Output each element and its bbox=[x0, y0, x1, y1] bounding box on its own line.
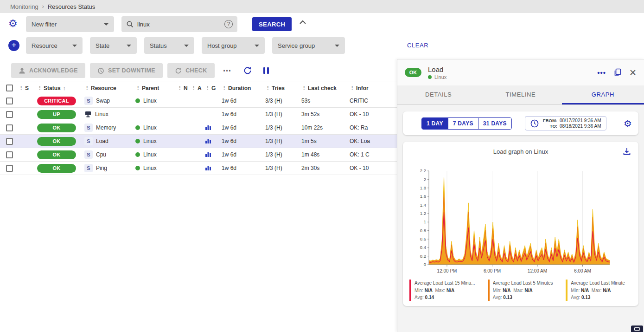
parent-cell[interactable]: Linux bbox=[135, 165, 177, 171]
legend-item-average-load-last-minute[interactable]: Average Load Last Minute Min: N/A Max: N… bbox=[566, 280, 638, 301]
clear-filters-link[interactable]: CLEAR bbox=[407, 42, 428, 49]
resource-row-linux[interactable]: UP Linux 1w 6d 1/3 (H) 3m 52s OK - 10 bbox=[0, 108, 397, 121]
resource-row-load[interactable]: OK S Load Linux 1w 6d 1/3 (H) 1m 5s OK: … bbox=[0, 135, 397, 148]
resource-row-memory[interactable]: OK S Memory Linux 1w 6d 1/3 (H) 10m 22s … bbox=[0, 121, 397, 135]
graph-icon[interactable] bbox=[205, 124, 211, 130]
legend-item-average-load-last-5-minutes[interactable]: Average Load Last 5 Minutes Min: N/A Max… bbox=[488, 280, 561, 301]
acknowledge-label: ACKNOWLEDGE bbox=[29, 67, 78, 74]
column-header-g[interactable]: ⋮ G bbox=[205, 85, 222, 91]
check-button[interactable]: CHECK bbox=[167, 63, 214, 78]
svg-text:0.6: 0.6 bbox=[420, 236, 426, 241]
resource-name: Swap bbox=[96, 98, 110, 104]
filter-dropdown-label: State bbox=[96, 42, 109, 49]
from-to-picker[interactable]: FROM: 08/17/2021 9:36 AM TO: 08/18/2021 … bbox=[525, 116, 606, 130]
panel-more-icon[interactable]: ••• bbox=[597, 69, 606, 77]
filter-dropdown-state[interactable]: State bbox=[90, 37, 137, 54]
tab-details[interactable]: DETAILS bbox=[397, 85, 479, 104]
parent-cell[interactable]: Linux bbox=[135, 124, 177, 131]
chevron-down-icon bbox=[72, 45, 77, 47]
search-input[interactable] bbox=[137, 21, 221, 28]
search-help-icon[interactable]: ? bbox=[224, 20, 233, 28]
graph-icon[interactable] bbox=[205, 137, 211, 144]
svg-text:6:00 PM: 6:00 PM bbox=[484, 268, 501, 273]
column-header-tries[interactable]: ⋮ Tries bbox=[265, 85, 301, 91]
resource-cell[interactable]: S Memory bbox=[84, 124, 135, 132]
filter-dropdown-service-group[interactable]: Service group bbox=[272, 37, 345, 54]
graph-cell[interactable] bbox=[205, 124, 222, 132]
export-download-icon[interactable] bbox=[623, 147, 631, 156]
collapse-filters-chevron-up-icon[interactable] bbox=[299, 20, 307, 25]
resource-row-ping[interactable]: OK S Ping Linux 1w 6d 1/3 (H) 2m 30s OK … bbox=[0, 162, 397, 175]
search-button[interactable]: SEARCH bbox=[252, 17, 292, 31]
column-header-parent[interactable]: ⋮ Parent bbox=[135, 85, 177, 91]
resource-cell[interactable]: S Ping bbox=[84, 164, 135, 172]
column-header-duration[interactable]: ⋮ Duration bbox=[222, 85, 265, 91]
resource-cell[interactable]: S Load bbox=[84, 137, 135, 145]
column-header-s[interactable]: ⋮ S bbox=[19, 85, 37, 91]
column-header-resource[interactable]: ⋮ Resource bbox=[84, 85, 135, 91]
graph-cell[interactable] bbox=[205, 151, 222, 159]
column-header-status[interactable]: ⋮ Status ↑ bbox=[37, 85, 84, 91]
tab-graph[interactable]: GRAPH bbox=[562, 85, 644, 104]
service-type-chip: S bbox=[84, 137, 93, 145]
row-checkbox[interactable] bbox=[6, 165, 13, 172]
breadcrumb: Monitoring › Resources Status bbox=[0, 0, 644, 13]
filter-dropdown-label: Service group bbox=[278, 42, 315, 49]
add-criteria-button[interactable]: + bbox=[8, 40, 19, 51]
graph-cell[interactable] bbox=[205, 164, 222, 172]
range-button-1-day[interactable]: 1 DAY bbox=[422, 118, 448, 129]
row-checkbox[interactable] bbox=[6, 151, 13, 158]
column-drag-icon: ⋮ bbox=[265, 85, 270, 91]
load-graph-chart[interactable]: 00.20.40.60.811.21.41.61.822.212:00 PM6:… bbox=[413, 167, 638, 278]
parent-cell[interactable]: Linux bbox=[135, 98, 177, 104]
graph-settings-gear-icon[interactable]: ⚙ bbox=[624, 118, 632, 129]
to-value[interactable]: 08/18/2021 9:36 AM bbox=[560, 124, 601, 129]
service-type-chip: S bbox=[84, 124, 93, 132]
resource-row-swap[interactable]: CRITICAL S Swap Linux 1w 6d 3/3 (H) 53s … bbox=[0, 94, 397, 108]
resource-name: Cpu bbox=[96, 151, 106, 158]
filter-dropdown-host-group[interactable]: Host group bbox=[202, 37, 265, 54]
column-header-a[interactable]: ⋮ A bbox=[191, 85, 205, 91]
row-checkbox[interactable] bbox=[6, 98, 13, 104]
resource-cell[interactable]: Linux bbox=[84, 111, 135, 118]
resources-table: ⋮ S ⋮ Status ↑ ⋮ Resource ⋮ Parent ⋮ N ⋮… bbox=[0, 82, 397, 175]
status-pill: CRITICAL bbox=[37, 97, 76, 105]
set-downtime-button[interactable]: SET DOWNTIME bbox=[90, 63, 163, 78]
copy-link-icon[interactable] bbox=[613, 68, 622, 77]
filter-dropdown-status[interactable]: Status bbox=[144, 37, 194, 54]
graph-icon[interactable] bbox=[205, 164, 211, 171]
legend-item-average-load-last-15-minu[interactable]: Average Load Last 15 Minu... Min: N/A Ma… bbox=[409, 280, 482, 301]
acknowledge-button[interactable]: ACKNOWLEDGE bbox=[11, 63, 85, 78]
search-box[interactable]: ? bbox=[121, 16, 237, 32]
column-header-infor[interactable]: ⋮ Infor bbox=[350, 85, 397, 91]
column-header-n[interactable]: ⋮ N bbox=[177, 85, 191, 91]
column-header-last-check[interactable]: ⋮ Last check bbox=[301, 85, 350, 91]
parent-cell[interactable]: Linux bbox=[135, 151, 177, 158]
panel-subtitle[interactable]: Linux bbox=[428, 74, 446, 80]
filter-settings-gear-icon[interactable]: ⚙ bbox=[8, 19, 18, 29]
breadcrumb-monitoring[interactable]: Monitoring bbox=[10, 3, 38, 10]
refresh-icon[interactable] bbox=[240, 66, 255, 75]
graph-cell[interactable] bbox=[205, 137, 222, 145]
pause-autorefresh-icon[interactable] bbox=[260, 66, 273, 75]
row-checkbox[interactable] bbox=[6, 138, 13, 145]
tab-timeline[interactable]: TIMELINE bbox=[479, 85, 561, 104]
resource-row-cpu[interactable]: OK S Cpu Linux 1w 6d 1/3 (H) 1m 48s OK: … bbox=[0, 148, 397, 162]
saved-filter-dropdown[interactable]: New filter bbox=[26, 16, 114, 32]
row-checkbox[interactable] bbox=[6, 124, 13, 131]
parent-cell[interactable]: Linux bbox=[135, 138, 177, 144]
resource-cell[interactable]: S Cpu bbox=[84, 150, 135, 159]
close-panel-icon[interactable]: ✕ bbox=[629, 68, 637, 77]
graph-icon[interactable] bbox=[205, 151, 211, 157]
range-button-31-days[interactable]: 31 DAYS bbox=[478, 118, 511, 129]
bottom-right-widget-icon[interactable] bbox=[631, 325, 643, 332]
resource-cell[interactable]: S Swap bbox=[84, 97, 135, 105]
more-actions-icon[interactable]: ⋯ bbox=[219, 65, 236, 76]
select-all-checkbox[interactable] bbox=[6, 85, 13, 91]
from-value[interactable]: 08/17/2021 9:36 AM bbox=[560, 118, 601, 123]
range-button-7-days[interactable]: 7 DAYS bbox=[448, 118, 478, 129]
filter-dropdown-resource[interactable]: Resource bbox=[26, 37, 83, 54]
legend-avg: Avg: 0.13 bbox=[493, 294, 553, 301]
legend-avg: Avg: 0.14 bbox=[414, 294, 475, 301]
row-checkbox[interactable] bbox=[6, 111, 13, 118]
